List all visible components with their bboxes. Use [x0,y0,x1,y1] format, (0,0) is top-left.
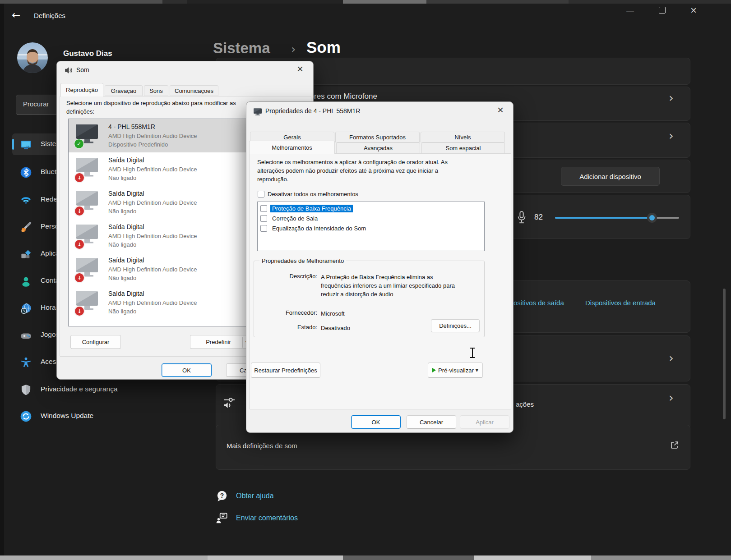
accounts-icon [20,275,32,289]
chevron-right-icon: › [669,92,674,104]
description-value-line2: frequências inferiores a um limiar espec… [321,281,455,290]
enhancement-settings-button[interactable]: Definições... [431,319,480,332]
disconnected-icon: ↓ [74,272,85,283]
enhancement-item[interactable]: Equalização da Intensidade do Som [260,224,368,233]
tab-niveis[interactable]: Níveis [421,132,505,142]
time-language-icon [20,303,32,317]
feedback-link[interactable]: Enviar comentários [236,514,298,522]
mixer-row-label-fragment: ações [516,400,534,408]
window-title: Definições [34,12,65,19]
intro-line2: alterações podem não produzir efeitos at… [257,167,438,174]
description-value-line3: reduzir a distorção de áudio [321,290,393,298]
desktop-edge [0,4,4,555]
page-title: Som [306,38,341,56]
breadcrumb-separator: › [291,42,296,56]
minimize-button[interactable]: — [626,6,634,15]
som-description-line1: Selecione um dispositivo de reprodução a… [66,100,236,106]
som-dialog-title: Som [76,66,89,73]
disconnected-icon: ↓ [74,306,85,317]
screen: ← Definições — × Gustavo Dias Sistema › … [0,0,731,560]
props-ok-button[interactable]: OK [351,415,401,429]
user-name: Gustavo Dias [63,49,112,58]
external-link-icon [670,441,679,451]
enhancement-item-selected[interactable]: Proteção de Baixa Frequência [260,204,353,213]
apps-icon [20,248,32,262]
input-devices-link[interactable]: Dispositivos de entrada [585,299,656,307]
avatar[interactable] [17,42,48,73]
enhancements-list[interactable]: Proteção de Baixa Frequência Correção de… [257,202,485,251]
preview-button[interactable]: Pré-visualizar ▼ [428,363,483,378]
close-button[interactable]: × [690,4,697,17]
intro-line3: reprodução. [257,176,288,183]
mic-volume-slider-thumb[interactable] [647,213,657,223]
disconnected-icon: ↓ [74,239,85,250]
help-link[interactable]: Obter ajuda [236,492,274,500]
restore-defaults-button[interactable]: Restaurar Predefinições [251,363,320,378]
svg-text:?: ? [220,492,224,499]
enhancement-checkbox[interactable] [260,215,267,222]
tab-avancadas[interactable]: Avançadas [336,142,420,154]
scrollbar-thumb[interactable] [723,289,726,419]
chevron-right-icon: › [669,129,674,142]
personalization-icon [20,221,32,235]
dropdown-arrow-icon[interactable]: ▼ [476,368,478,372]
accessibility-icon [20,357,32,371]
tab-comunicacoes[interactable]: Comunicações [170,85,218,96]
search-placeholder: Procurar [23,100,49,108]
status-label: Estado: [259,324,317,330]
properties-dialog: Propriedades de 4 - PHL 558M1R × Gerais … [246,101,514,433]
system-icon [20,138,32,152]
volume-mixer-icon [222,396,236,412]
bluetooth-icon [20,166,32,180]
configure-button[interactable]: Configurar [70,335,121,349]
properties-dialog-close-icon[interactable]: × [497,105,504,115]
status-value: Desativado [321,324,350,332]
mic-volume-value: 82 [534,213,543,222]
sidebar-label-windows-update[interactable]: Windows Update [41,412,93,420]
set-default-button[interactable]: Predefinir ▼ [190,335,253,349]
monitor-icon [253,108,262,117]
som-dialog-close-icon[interactable]: × [297,64,303,74]
back-button[interactable]: ← [12,9,20,21]
description-value-line1: A Proteção de Baixa Frequência elimina a… [321,273,433,281]
chevron-right-icon: › [669,352,674,364]
background-window-strip [0,0,731,4]
disable-all-label: Desativar todos os melhoramentos [268,191,358,197]
feedback-icon [215,511,229,527]
add-device-button[interactable]: Adicionar dispositivo [561,167,660,186]
network-icon [20,194,32,208]
props-cancel-button[interactable]: Cancelar [407,415,456,429]
enhancement-item[interactable]: Correção de Sala [260,214,319,223]
disconnected-icon: ↓ [74,206,85,216]
vendor-value: Microsoft [321,309,345,318]
tab-sons[interactable]: Sons [144,85,168,96]
text-cursor [469,347,476,359]
gaming-icon [20,330,32,344]
description-label: Descrição: [259,273,317,280]
default-check-icon: ✓ [74,139,84,149]
som-description-line2: definições: [66,108,94,115]
props-apply-button: Aplicar [460,415,509,429]
maximize-button[interactable] [659,7,666,14]
properties-dialog-title: Propriedades de 4 - PHL 558M1R [265,107,360,115]
sidebar-label-privacidade[interactable]: Privacidade e segurança [41,385,118,393]
speaker-icon [65,66,73,76]
disable-all-checkbox[interactable] [258,191,264,197]
tab-som-espacial[interactable]: Som espacial [421,142,505,154]
more-sound-label: Mais definições de som [227,442,297,450]
selected-indicator [12,139,14,150]
tab-reproducao[interactable]: Reprodução [60,83,103,96]
group-title: Propriedades de Melhoramento [259,257,346,264]
tab-melhoramentos[interactable]: Melhoramentos [249,141,335,154]
windows-update-icon [20,410,32,424]
enhancement-properties-group: Propriedades de Melhoramento Descrição: … [254,261,485,337]
enhancement-checkbox[interactable] [260,225,267,232]
intro-line1: Selecione os melhoramentos a aplicar à c… [257,159,448,165]
taskbar-strip [0,555,731,560]
som-ok-button[interactable]: OK [162,363,212,377]
tab-gravacao[interactable]: Gravação [105,85,143,96]
microphone-icon [516,211,527,227]
breadcrumb-parent[interactable]: Sistema [213,40,270,57]
enhancement-checkbox[interactable] [260,205,267,212]
tab-formatos-suportados[interactable]: Formatos Suportados [335,132,420,142]
